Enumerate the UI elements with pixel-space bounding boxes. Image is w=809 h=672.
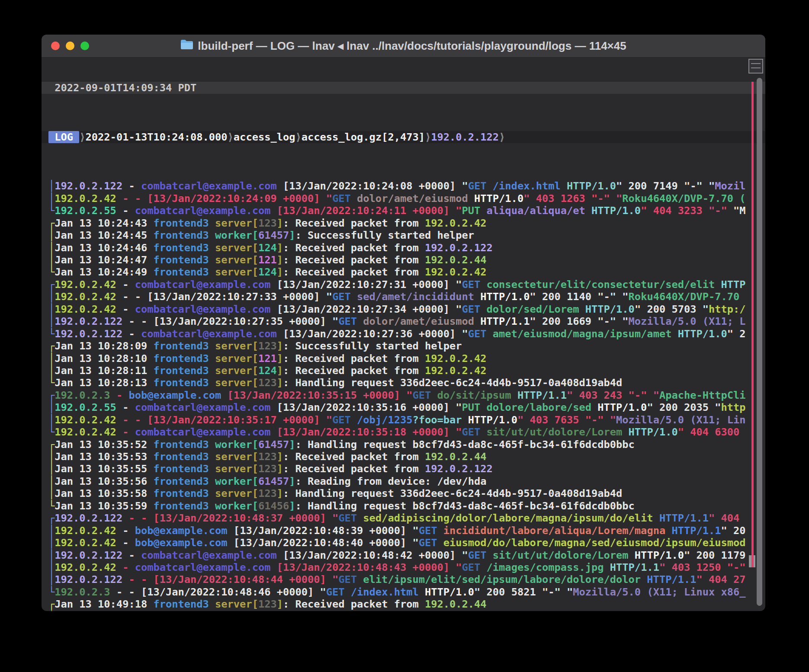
log-line[interactable]: │192.0.2.42 - bob@example.com [13/Jan/20… <box>42 525 765 537</box>
log-line[interactable]: └192.0.2.3 - - [13/Jan/2022:10:48:46 +00… <box>42 586 765 598</box>
log-line[interactable]: ┌Jan 13 10:24:43 frontend3 server[123]: … <box>42 217 765 229</box>
lnav-error-scroll-line <box>751 82 754 567</box>
clock-text: 2022-09-01T14:09:34 PDT <box>48 82 196 94</box>
log-line[interactable]: └Jan 13 10:35:59 frontend3 worker[61456]… <box>42 500 765 512</box>
log-view: │192.0.2.122 - combatcarl@example.com [1… <box>42 180 765 611</box>
log-line[interactable]: │192.0.2.55 - combatcarl@example.com [13… <box>42 401 765 413</box>
log-line[interactable]: ┌Jan 13 10:49:18 frontend3 server[123]: … <box>42 598 765 610</box>
log-line[interactable]: ┌192.0.2.42 - combatcarl@example.com [13… <box>42 278 765 291</box>
lnav-clock-bar: 2022-09-01T14:09:34 PDT <box>42 82 765 94</box>
breadcrumb-item[interactable]: access_log <box>234 131 295 143</box>
zoom-button-icon[interactable] <box>80 42 89 50</box>
log-line[interactable]: │Jan 13 10:49:19 frontend3 server[124]: … <box>42 611 765 611</box>
log-line[interactable]: └192.0.2.122 - combatcarl@example.com [1… <box>42 328 765 340</box>
window-title-text: lbuild-perf — LOG — lnav ◂ lnav ../lnav/… <box>198 39 626 53</box>
log-line[interactable]: └192.0.2.42 - combatcarl@example.com [13… <box>42 426 765 438</box>
log-line[interactable]: │192.0.2.42 - - [13/Jan/2022:10:35:17 +0… <box>42 414 765 426</box>
log-line[interactable]: ┌192.0.2.122 - - [13/Jan/2022:10:48:37 +… <box>42 512 765 524</box>
log-line[interactable]: └192.0.2.55 - combatcarl@example.com [13… <box>42 205 765 217</box>
log-line[interactable]: │192.0.2.122 - - [13/Jan/2022:10:48:44 +… <box>42 573 765 586</box>
breadcrumb-separator-icon: ⟩ <box>79 131 85 143</box>
macos-scrollbar-thumb[interactable] <box>757 78 762 606</box>
traffic-lights <box>51 42 89 50</box>
log-line[interactable]: │Jan 13 10:24:46 frontend3 server[124]: … <box>42 242 765 254</box>
log-line[interactable]: │192.0.2.42 - bob@example.com [13/Jan/20… <box>42 537 765 549</box>
log-line[interactable]: │Jan 13 10:35:58 frontend3 server[123]: … <box>42 487 765 499</box>
terminal-window: lbuild-perf — LOG — lnav ◂ lnav ../lnav/… <box>42 35 765 611</box>
title-bar[interactable]: lbuild-perf — LOG — lnav ◂ lnav ../lnav/… <box>42 35 765 58</box>
log-line[interactable]: └Jan 13 10:28:13 frontend3 server[123]: … <box>42 377 765 389</box>
log-line[interactable]: ┌192.0.2.3 - bob@example.com [13/Jan/202… <box>42 389 765 401</box>
log-line[interactable]: │Jan 13 10:35:55 frontend3 server[123]: … <box>42 463 765 475</box>
terminal-content: 2022-09-01T14:09:34 PDT LOG ⟩2022-01-13T… <box>42 57 765 611</box>
log-line[interactable]: │Jan 13 10:24:45 frontend3 worker[61457]… <box>42 229 765 241</box>
breadcrumb: LOG ⟩2022-01-13T10:24:08.000⟩access_log⟩… <box>42 131 765 143</box>
window-title: lbuild-perf — LOG — lnav ◂ lnav ../lnav/… <box>42 39 765 53</box>
close-button-icon[interactable] <box>51 42 60 50</box>
breadcrumb-item[interactable]: access_log.gz[2,473] <box>302 131 425 143</box>
log-line[interactable]: │192.0.2.42 - - [13/Jan/2022:10:27:33 +0… <box>42 291 765 303</box>
breadcrumb-log-chip[interactable]: LOG <box>48 131 79 143</box>
log-line[interactable]: ┌Jan 13 10:35:52 frontend3 worker[61457]… <box>42 438 765 451</box>
log-line[interactable]: └Jan 13 10:24:49 frontend3 server[124]: … <box>42 266 765 278</box>
folder-icon <box>180 39 193 53</box>
breadcrumb-separator-icon: ⟩ <box>499 131 505 143</box>
log-line[interactable]: │Jan 13 10:35:56 frontend3 worker[61457]… <box>42 475 765 487</box>
log-line[interactable]: ┌Jan 13 10:28:09 frontend3 server[123]: … <box>42 340 765 352</box>
breadcrumb-item[interactable]: 2022-01-13T10:24:08.000 <box>86 131 228 143</box>
log-line[interactable]: │192.0.2.42 - combatcarl@example.com [13… <box>42 561 765 573</box>
split-pane-button[interactable] <box>748 59 763 74</box>
log-line[interactable]: │192.0.2.122 - combatcarl@example.com [1… <box>42 549 765 561</box>
breadcrumb-item[interactable]: 192.0.2.122 <box>431 131 499 143</box>
breadcrumb-separator-icon: ⟩ <box>295 131 301 143</box>
breadcrumb-content: LOG ⟩2022-01-13T10:24:08.000⟩access_log⟩… <box>48 131 505 143</box>
log-line[interactable]: │192.0.2.42 - combatcarl@example.com [13… <box>42 303 765 315</box>
log-line[interactable]: │Jan 13 10:35:53 frontend3 server[123]: … <box>42 451 765 463</box>
log-line[interactable]: │192.0.2.42 - - [13/Jan/2022:10:24:09 +0… <box>42 192 765 205</box>
breadcrumb-separator-icon: ⟩ <box>228 131 234 143</box>
log-line[interactable]: │Jan 13 10:28:11 frontend3 server[124]: … <box>42 365 765 377</box>
log-line[interactable]: │Jan 13 10:28:10 frontend3 server[121]: … <box>42 352 765 365</box>
minimize-button-icon[interactable] <box>66 42 74 50</box>
breadcrumb-separator-icon: ⟩ <box>425 131 431 143</box>
log-line[interactable]: │192.0.2.122 - combatcarl@example.com [1… <box>42 180 765 192</box>
log-line[interactable]: │Jan 13 10:24:47 frontend3 server[121]: … <box>42 254 765 266</box>
log-line[interactable]: │192.0.2.122 - - [13/Jan/2022:10:27:35 +… <box>42 315 765 327</box>
